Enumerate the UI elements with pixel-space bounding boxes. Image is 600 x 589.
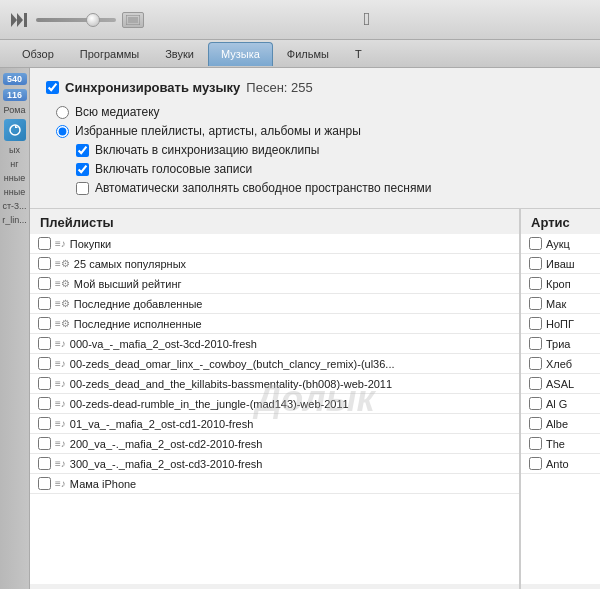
artists-column: Артис Аукц Иваш Кроп bbox=[520, 209, 600, 589]
artist-item[interactable]: Мак bbox=[521, 294, 600, 314]
include-video-checkbox[interactable] bbox=[76, 144, 89, 157]
list-item[interactable]: ≡♪ Покупки bbox=[30, 234, 519, 254]
artist-item[interactable]: Al G bbox=[521, 394, 600, 414]
screen-button[interactable] bbox=[122, 12, 144, 28]
radio-favorites[interactable]: Избранные плейлисты, артисты, альбомы и … bbox=[46, 124, 584, 138]
artist-checkbox[interactable] bbox=[529, 357, 542, 370]
artist-checkbox[interactable] bbox=[529, 397, 542, 410]
tab-obzor[interactable]: Обзор bbox=[10, 42, 66, 66]
item-text: Мой высший рейтинг bbox=[74, 278, 511, 290]
sync-main-checkbox[interactable] bbox=[46, 81, 59, 94]
item-text: 25 самых популярных bbox=[74, 258, 511, 270]
artist-checkbox[interactable] bbox=[529, 437, 542, 450]
artist-checkbox[interactable] bbox=[529, 257, 542, 270]
item-checkbox[interactable] bbox=[38, 337, 51, 350]
artist-checkbox[interactable] bbox=[529, 297, 542, 310]
auto-fill-row: Автоматически заполнять свободное простр… bbox=[46, 181, 584, 195]
list-item[interactable]: ≡⚙ Мой высший рейтинг bbox=[30, 274, 519, 294]
radio-all-input[interactable] bbox=[56, 106, 69, 119]
artist-item[interactable]: Иваш bbox=[521, 254, 600, 274]
item-text: 01_va_-_mafia_2_ost-cd1-2010-fresh bbox=[70, 418, 511, 430]
artist-item[interactable]: Кроп bbox=[521, 274, 600, 294]
music-icon: ≡♪ bbox=[55, 378, 66, 389]
svg-rect-4 bbox=[128, 17, 138, 23]
volume-slider[interactable] bbox=[36, 18, 116, 22]
item-checkbox[interactable] bbox=[38, 477, 51, 490]
item-checkbox[interactable] bbox=[38, 457, 51, 470]
sidebar-label-lin: r_lin... bbox=[2, 215, 28, 225]
sync-header: Синхронизировать музыку Песен: 255 bbox=[46, 80, 584, 95]
skip-forward-button[interactable] bbox=[10, 13, 30, 27]
item-checkbox[interactable] bbox=[38, 357, 51, 370]
radio-all-library[interactable]: Всю медиатеку bbox=[46, 105, 584, 119]
tab-programmy[interactable]: Программы bbox=[68, 42, 151, 66]
item-checkbox[interactable] bbox=[38, 417, 51, 430]
sidebar-badge-116: 116 bbox=[3, 89, 27, 101]
artist-checkbox[interactable] bbox=[529, 337, 542, 350]
item-checkbox[interactable] bbox=[38, 297, 51, 310]
nav-tabs: Обзор Программы Звуки Музыка Фильмы T bbox=[0, 40, 600, 68]
artist-item[interactable]: Albe bbox=[521, 414, 600, 434]
sidebar: 540 116 Рома ых нг нные нные ст-3... r_l… bbox=[0, 68, 30, 589]
artist-name: Мак bbox=[546, 298, 592, 310]
sync-count: Песен: 255 bbox=[246, 80, 312, 95]
artist-item[interactable]: Аукц bbox=[521, 234, 600, 254]
artist-name: Al G bbox=[546, 398, 592, 410]
lists-area: Долык Плейлисты ≡♪ Покупки ≡⚙ 25 самых п… bbox=[30, 209, 600, 589]
artist-item[interactable]: ASAL bbox=[521, 374, 600, 394]
list-item[interactable]: ≡♪ 300_va_-._mafia_2_ost-cd3-2010-fresh bbox=[30, 454, 519, 474]
artist-checkbox[interactable] bbox=[529, 457, 542, 470]
item-checkbox[interactable] bbox=[38, 277, 51, 290]
list-item[interactable]: ≡⚙ Последние исполненные bbox=[30, 314, 519, 334]
list-item[interactable]: ≡⚙ 25 самых популярных bbox=[30, 254, 519, 274]
list-item[interactable]: ≡♪ 000-va_-_mafia_2_ost-3cd-2010-fresh bbox=[30, 334, 519, 354]
artist-item[interactable]: НоПГ bbox=[521, 314, 600, 334]
item-checkbox[interactable] bbox=[38, 397, 51, 410]
list-item[interactable]: ≡♪ Мама iPhone bbox=[30, 474, 519, 494]
tab-zvuki[interactable]: Звуки bbox=[153, 42, 206, 66]
artist-checkbox[interactable] bbox=[529, 417, 542, 430]
artist-checkbox[interactable] bbox=[529, 237, 542, 250]
music-icon: ≡♪ bbox=[55, 458, 66, 469]
list-item[interactable]: ≡♪ 00-zeds_dead_and_the_killabits-bassme… bbox=[30, 374, 519, 394]
item-text: Последние исполненные bbox=[74, 318, 511, 330]
artist-checkbox[interactable] bbox=[529, 317, 542, 330]
artist-item[interactable]: Anto bbox=[521, 454, 600, 474]
toolbar-controls bbox=[10, 12, 144, 28]
artist-name: Иваш bbox=[546, 258, 592, 270]
gear-icon: ≡⚙ bbox=[55, 298, 70, 309]
artist-name: Хлеб bbox=[546, 358, 592, 370]
include-voice-checkbox[interactable] bbox=[76, 163, 89, 176]
tab-muzyka[interactable]: Музыка bbox=[208, 42, 273, 66]
tab-filmy[interactable]: Фильмы bbox=[275, 42, 341, 66]
music-icon: ≡♪ bbox=[55, 398, 66, 409]
music-icon: ≡♪ bbox=[55, 358, 66, 369]
music-icon: ≡♪ bbox=[55, 238, 66, 249]
item-text: Последние добавленные bbox=[74, 298, 511, 310]
item-checkbox[interactable] bbox=[38, 437, 51, 450]
list-item[interactable]: ≡♪ 01_va_-_mafia_2_ost-cd1-2010-fresh bbox=[30, 414, 519, 434]
item-checkbox[interactable] bbox=[38, 317, 51, 330]
item-checkbox[interactable] bbox=[38, 257, 51, 270]
auto-fill-checkbox[interactable] bbox=[76, 182, 89, 195]
tab-other[interactable]: T bbox=[343, 42, 374, 66]
sidebar-badge-540: 540 bbox=[3, 73, 27, 85]
radio-favorites-label: Избранные плейлисты, артисты, альбомы и … bbox=[75, 124, 361, 138]
artist-checkbox[interactable] bbox=[529, 277, 542, 290]
artist-name: ASAL bbox=[546, 378, 592, 390]
list-item[interactable]: ≡♪ 00-zeds-dead-rumble_in_the_jungle-(ma… bbox=[30, 394, 519, 414]
sidebar-sync-icon[interactable] bbox=[4, 119, 26, 141]
apple-logo:  bbox=[144, 9, 590, 30]
list-item[interactable]: ≡♪ 00-zeds_dead_omar_linx_-_cowboy_(butc… bbox=[30, 354, 519, 374]
artist-name: Аукц bbox=[546, 238, 592, 250]
artist-item[interactable]: Хлеб bbox=[521, 354, 600, 374]
list-item[interactable]: ≡♪ 200_va_-._mafia_2_ost-cd2-2010-fresh bbox=[30, 434, 519, 454]
item-checkbox[interactable] bbox=[38, 237, 51, 250]
artist-checkbox[interactable] bbox=[529, 377, 542, 390]
artist-item[interactable]: Триа bbox=[521, 334, 600, 354]
item-checkbox[interactable] bbox=[38, 377, 51, 390]
music-icon: ≡♪ bbox=[55, 338, 66, 349]
list-item[interactable]: ≡⚙ Последние добавленные bbox=[30, 294, 519, 314]
radio-favorites-input[interactable] bbox=[56, 125, 69, 138]
artist-item[interactable]: The bbox=[521, 434, 600, 454]
